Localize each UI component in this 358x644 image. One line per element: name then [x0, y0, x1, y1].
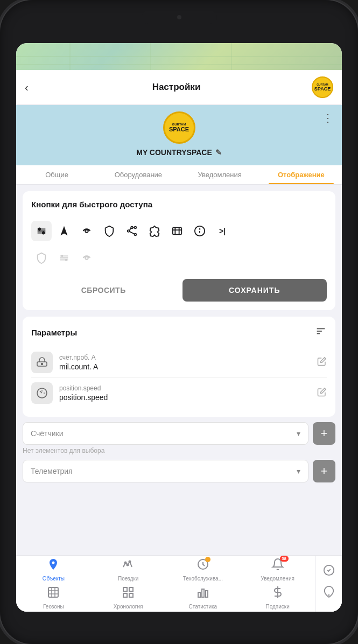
phone-frame: ‹ Настройки GURTAM SPACE ⋮ GURTAM SPACE … [0, 0, 358, 644]
nav-maintenance-icon [196, 558, 209, 574]
counters-add-button[interactable]: + [313, 422, 335, 445]
svg-rect-39 [123, 593, 127, 597]
icon-more[interactable]: >| [212, 221, 233, 241]
param-label-speed: position.speed [59, 384, 311, 392]
pin-icon [323, 586, 335, 598]
param-edit-speed[interactable] [317, 387, 327, 399]
icon-signal-inactive [76, 248, 97, 268]
back-button[interactable]: ‹ [25, 81, 41, 94]
svg-point-23 [61, 255, 64, 257]
shield-icon [103, 225, 115, 237]
shield-inactive-icon [36, 252, 47, 264]
nav-maintenance[interactable]: Техобслужива... [166, 556, 241, 584]
icon-info[interactable] [189, 221, 210, 241]
sort-icon[interactable] [315, 325, 327, 340]
bottom-navigation: Объекты Поездки [16, 555, 342, 612]
tab-general[interactable]: Общие [16, 165, 97, 184]
icon-navigation[interactable] [54, 221, 74, 241]
image-icon [171, 225, 183, 237]
svg-rect-16 [173, 228, 182, 235]
page-title: Настройки [152, 82, 201, 93]
quick-access-section: Кнопки для быстрого доступа [23, 191, 335, 310]
save-button[interactable]: СОХРАНИТЬ [182, 279, 327, 302]
telemetry-label: Телеметрия [31, 467, 73, 475]
counters-row: Счётчики ▾ + [23, 422, 335, 445]
svg-rect-40 [129, 593, 133, 597]
check-icon [323, 564, 335, 576]
profile-menu-button[interactable]: ⋮ [322, 111, 333, 124]
nav-objects-label: Объекты [43, 576, 65, 582]
icon-image[interactable] [167, 221, 187, 241]
phone-screen: ‹ Настройки GURTAM SPACE ⋮ GURTAM SPACE … [16, 43, 342, 612]
param-item-mileage: счёт.проб. А mil.count. A [31, 347, 327, 378]
param-item-speed: position.speed position.speed [31, 378, 327, 408]
nav-stats[interactable]: Статистика [166, 584, 241, 612]
icon-route[interactable] [31, 221, 52, 241]
svg-rect-41 [198, 592, 200, 597]
svg-rect-36 [48, 587, 58, 597]
counters-dropdown[interactable]: Счётчики ▾ [23, 422, 308, 445]
tab-equipment[interactable]: Оборудование [97, 165, 179, 184]
tab-display[interactable]: Отображение [261, 165, 342, 184]
param-value-mileage: mil.count. A [59, 362, 311, 371]
content-area: Кнопки для быстрого доступа [16, 185, 342, 555]
nav-notifications-icon: 58 [271, 558, 284, 574]
counters-hint: Нет элементов для выбора [23, 447, 335, 454]
param-edit-mileage[interactable] [317, 356, 327, 368]
profile-logo-inner: GURTAM SPACE [169, 123, 189, 133]
inactive-icons-row [31, 246, 327, 275]
parameters-section: Параметры [23, 317, 335, 417]
notifications-badge: 58 [280, 556, 289, 562]
svg-point-30 [41, 363, 43, 365]
counters-chevron-icon: ▾ [297, 429, 300, 438]
nav-objects[interactable]: Объекты [16, 556, 91, 584]
nav-notifications-label: Уведомления [261, 576, 294, 582]
tab-notifications[interactable]: Уведомления [179, 165, 261, 184]
icon-route-inactive [54, 248, 74, 268]
nav-check[interactable] [315, 562, 342, 584]
param-text-speed: position.speed position.speed [59, 384, 311, 402]
svg-rect-43 [206, 591, 208, 597]
app-header: ‹ Настройки GURTAM SPACE [16, 70, 342, 105]
svg-point-6 [43, 232, 45, 234]
icon-shield[interactable] [99, 221, 120, 241]
telemetry-dropdown[interactable]: Телеметрия ▾ [23, 460, 308, 482]
svg-point-32 [125, 562, 127, 564]
nav-subscriptions-label: Подписки [265, 604, 289, 610]
icon-tag[interactable] [144, 221, 165, 241]
nav-trips[interactable]: Поездки [91, 556, 166, 584]
profile-logo[interactable]: GURTAM SPACE [163, 111, 195, 144]
nav-history[interactable]: Хронология [91, 584, 166, 612]
nav-geozones[interactable]: Геозоны [16, 584, 91, 612]
reset-button[interactable]: СБРОСИТЬ [31, 279, 176, 302]
profile-name-text: MY COUNTRYSPACE [136, 148, 212, 157]
profile-name: MY COUNTRYSPACE ✎ [136, 148, 222, 157]
telemetry-add-button[interactable]: + [313, 460, 335, 482]
nav-row-1: Объекты Поездки [16, 556, 315, 584]
telemetry-chevron-icon: ▾ [297, 467, 300, 475]
header-logo[interactable]: GURTAM SPACE [312, 76, 333, 98]
nav-subscriptions[interactable]: Подписки [240, 584, 315, 612]
svg-point-24 [65, 259, 67, 261]
nav-maintenance-label: Техобслужива... [183, 576, 223, 582]
svg-point-12 [135, 227, 137, 229]
svg-rect-38 [129, 587, 133, 591]
param-text-mileage: счёт.проб. А mil.count. A [59, 354, 311, 371]
profile-edit-button[interactable]: ✎ [215, 148, 222, 157]
actions-row: СБРОСИТЬ СОХРАНИТЬ [31, 279, 327, 302]
tabs-bar: Общие Оборудование Уведомления Отображен… [16, 165, 342, 185]
route-inactive-icon [58, 252, 70, 264]
icon-path[interactable] [122, 221, 142, 241]
param-icon-speed [31, 382, 53, 404]
icon-signal[interactable] [76, 221, 97, 241]
nav-pin[interactable] [315, 584, 342, 605]
params-header: Параметры [31, 325, 327, 340]
param-label-mileage: счёт.проб. А [59, 354, 311, 361]
nav-trips-icon [122, 558, 135, 574]
svg-point-5 [39, 228, 41, 230]
telemetry-row: Телеметрия ▾ + [23, 460, 335, 482]
svg-line-13 [129, 228, 131, 231]
nav-notifications[interactable]: 58 Уведомления [240, 556, 315, 584]
side-nav [315, 556, 342, 612]
tag-icon [149, 225, 160, 237]
